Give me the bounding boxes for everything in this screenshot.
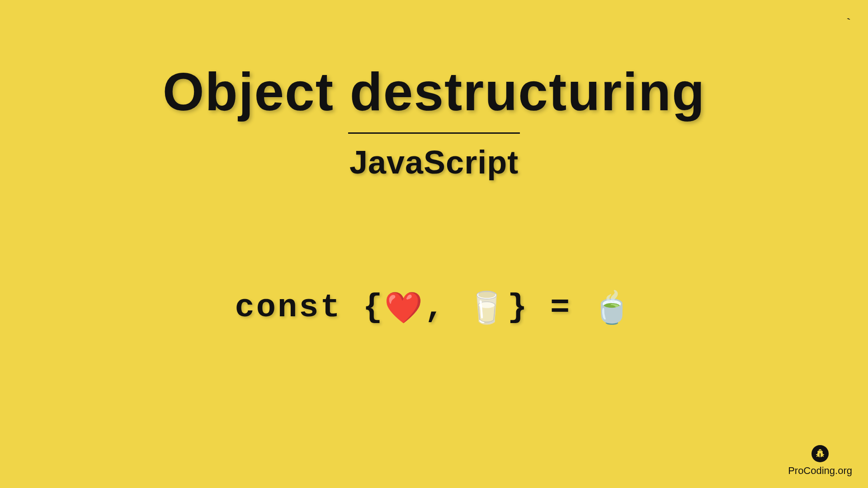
heart-icon: ❤️ bbox=[384, 290, 425, 326]
slide-card: Object destructuring JavaScript const {❤… bbox=[0, 0, 868, 488]
code-const: const bbox=[235, 289, 342, 326]
code-close-brace: } bbox=[508, 289, 529, 326]
branding-text: ProCoding.org bbox=[788, 465, 852, 477]
main-title: Object destructuring bbox=[0, 61, 868, 122]
code-example: const {❤️, 🥛} = 🍵 bbox=[0, 289, 868, 326]
branding: ProCoding.org bbox=[788, 445, 852, 477]
subtitle: JavaScript bbox=[0, 144, 868, 181]
code-equals: = bbox=[550, 289, 571, 326]
corner-mark: ` bbox=[845, 15, 854, 30]
glass-icon: 🥛 bbox=[467, 290, 508, 326]
bowl-icon: 🍵 bbox=[593, 290, 633, 326]
code-comma: , bbox=[425, 289, 446, 326]
title-divider bbox=[348, 132, 520, 134]
code-open-brace: { bbox=[363, 289, 384, 326]
bug-icon bbox=[811, 445, 829, 462]
